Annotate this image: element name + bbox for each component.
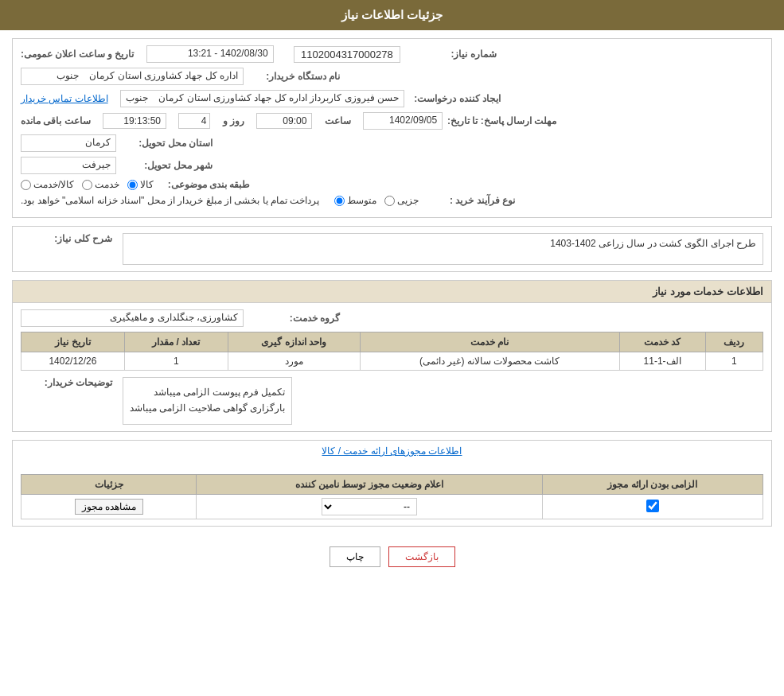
creator-label: ایجاد کننده درخواست: xyxy=(409,93,505,104)
permits-supplier-status-cell: -- xyxy=(197,495,542,519)
permits-required-cell xyxy=(542,495,763,519)
category-khedmat-item: خدمت xyxy=(82,179,119,190)
purchase-motavaset-item: متوسط xyxy=(334,195,376,206)
permits-col-details: جزئیات xyxy=(21,475,197,495)
permits-section: اطلاعات مجوزهای ارائه خدمت / کالا الزامی… xyxy=(12,440,772,527)
purchase-motavaset-radio[interactable] xyxy=(334,196,345,206)
permits-table: الزامی بودن ارائه مجوز اعلام وضعیت مجوز … xyxy=(21,474,763,519)
page-header: جزئیات اطلاعات نیاز xyxy=(0,0,784,30)
need-info-body: شماره نیاز: 1102004317000278 1402/08/30 … xyxy=(13,39,771,217)
deadline-time-label: ساعت xyxy=(325,115,351,126)
services-section-header: اطلاعات خدمات مورد نیاز xyxy=(13,281,771,303)
deadline-days-label: روز و xyxy=(223,115,244,126)
permits-section-body: الزامی بودن ارائه مجوز اعلام وضعیت مجوز … xyxy=(13,461,771,526)
bottom-buttons: بازگشت چاپ xyxy=(12,535,772,579)
buyer-notes-line1: تکمیل فرم پیوست الزامی میباشد xyxy=(130,384,285,400)
category-kala-khedmat-label: کالا/خدمت xyxy=(33,179,74,190)
permits-table-row: -- مشاهده مجوز xyxy=(21,495,763,519)
category-kala-item: کالا xyxy=(127,179,154,190)
cell-row-num: 1 xyxy=(705,352,763,371)
purchase-type-description: پرداخت تمام یا بخشی از مبلغ خریدار از مح… xyxy=(21,195,319,206)
need-number-value: 1102004317000278 xyxy=(294,46,400,63)
city-label: شهر محل تحویل: xyxy=(121,160,216,171)
service-group-value: کشاورزی، جنگلداری و ماهیگیری xyxy=(21,309,244,327)
announce-datetime-label: تاریخ و ساعت اعلان عمومی: xyxy=(21,49,134,60)
purchase-type-radio-group: جزیی متوسط xyxy=(334,195,419,206)
creator-value: حسن فیروزی کاربرداز اداره کل جهاد کشاورز… xyxy=(120,90,404,107)
page-wrapper: جزئیات اطلاعات نیاز شماره نیاز: 11020043… xyxy=(0,0,784,696)
general-desc-label: شرح کلی نیاز: xyxy=(21,233,116,244)
cell-count: 1 xyxy=(124,352,228,371)
deadline-time: 09:00 xyxy=(256,113,312,129)
permits-table-header-row: الزامی بودن ارائه مجوز اعلام وضعیت مجوز … xyxy=(21,475,763,495)
purchase-motavaset-label: متوسط xyxy=(347,195,376,206)
buyer-notes-value: تکمیل فرم پیوست الزامی میباشد بارگزاری گ… xyxy=(123,377,292,425)
permits-details-cell: مشاهده مجوز xyxy=(21,495,197,519)
col-unit: واحد اندازه گیری xyxy=(228,332,360,352)
print-button[interactable]: چاپ xyxy=(330,546,380,567)
general-desc-row: طرح اجرای الگوی کشت در سال زراعی 1402-14… xyxy=(13,227,771,271)
buyer-org-value: اداره کل جهاد کشاورزی استان کرمان جنوب xyxy=(21,68,244,85)
need-number-row: شماره نیاز: 1102004317000278 1402/08/30 … xyxy=(21,45,763,63)
buyer-org-row: نام دستگاه خریدار: اداره کل جهاد کشاورزی… xyxy=(21,68,763,85)
category-kala-label: کالا xyxy=(140,179,154,190)
category-kala-khedmat-radio[interactable] xyxy=(21,180,31,190)
col-count: تعداد / مقدار xyxy=(124,332,228,352)
buyer-org-label: نام دستگاه خریدار: xyxy=(248,71,344,82)
city-row: شهر محل تحویل: جیرفت xyxy=(21,157,763,174)
category-kala-radio[interactable] xyxy=(127,180,138,190)
creator-row: ایجاد کننده درخواست: حسن فیروزی کاربرداز… xyxy=(21,90,763,107)
page-title: جزئیات اطلاعات نیاز xyxy=(341,8,443,21)
contact-link[interactable]: اطلاعات تماس خریدار xyxy=(21,93,108,104)
col-row-num: ردیف xyxy=(705,332,763,352)
back-button[interactable]: بازگشت xyxy=(388,546,455,567)
deadline-label: مهلت ارسال پاسخ: تا تاریخ: xyxy=(447,115,560,126)
province-value: کرمان xyxy=(21,134,116,152)
buyer-notes-row: تکمیل فرم پیوست الزامی میباشد بارگزاری گ… xyxy=(21,377,763,425)
purchase-jazii-label: جزیی xyxy=(397,195,419,206)
cell-service-code: الف-1-11 xyxy=(619,352,705,371)
view-permit-button[interactable]: مشاهده مجوز xyxy=(75,499,143,515)
general-desc-value: طرح اجرای الگوی کشت در سال زراعی 1402-14… xyxy=(123,233,763,265)
category-row: طبقه بندی موضوعی: کالا خدمت کالا/خدمت xyxy=(21,179,763,190)
col-service-name: نام خدمت xyxy=(360,332,619,352)
category-khedmat-label: خدمت xyxy=(95,179,119,190)
table-row: 1 الف-1-11 کاشت محصولات سالانه (غیر دائم… xyxy=(21,352,763,371)
service-group-row: گروه خدمت: کشاورزی، جنگلداری و ماهیگیری xyxy=(21,309,763,327)
category-khedmat-radio[interactable] xyxy=(82,180,92,190)
deadline-remaining-time: 19:13:50 xyxy=(103,113,166,129)
main-content: شماره نیاز: 1102004317000278 1402/08/30 … xyxy=(0,30,784,587)
category-label: طبقه بندی موضوعی: xyxy=(158,179,254,190)
services-table: ردیف کد خدمت نام خدمت واحد اندازه گیری ت… xyxy=(21,332,763,371)
cell-unit: مورد xyxy=(228,352,360,371)
purchase-type-label: نوع فرآیند خرید : xyxy=(423,195,519,206)
deadline-days: 4 xyxy=(178,113,210,129)
category-radio-group: کالا خدمت کالا/خدمت xyxy=(21,179,154,190)
buyer-notes-line2: بارگزاری گواهی صلاحیت الزامی میباشد xyxy=(130,400,285,416)
province-row: استان محل تحویل: کرمان xyxy=(21,134,763,152)
permits-supplier-status-select[interactable]: -- xyxy=(322,498,417,515)
need-number-label: شماره نیاز: xyxy=(405,49,501,60)
buyer-notes-label: توضیحات خریدار: xyxy=(21,377,116,388)
cell-service-name: کاشت محصولات سالانه (غیر دائمی) xyxy=(360,352,619,371)
deadline-row: مهلت ارسال پاسخ: تا تاریخ: 1402/09/05 سا… xyxy=(21,112,763,130)
need-info-section: شماره نیاز: 1102004317000278 1402/08/30 … xyxy=(12,38,772,218)
permits-required-checkbox[interactable] xyxy=(646,500,659,512)
services-table-header-row: ردیف کد خدمت نام خدمت واحد اندازه گیری ت… xyxy=(21,332,763,352)
col-date: تاریخ نیاز xyxy=(21,332,125,352)
permits-col-required: الزامی بودن ارائه مجوز xyxy=(542,475,763,495)
category-kala-khedmat-item: کالا/خدمت xyxy=(21,179,74,190)
announce-datetime-value: 1402/08/30 - 13:21 xyxy=(146,45,274,63)
province-label: استان محل تحویل: xyxy=(121,138,216,149)
permits-link[interactable]: اطلاعات مجوزهای ارائه خدمت / کالا xyxy=(13,441,771,461)
city-value: جیرفت xyxy=(21,157,116,174)
col-service-code: کد خدمت xyxy=(619,332,705,352)
general-description-section: طرح اجرای الگوی کشت در سال زراعی 1402-14… xyxy=(12,226,772,272)
deadline-date: 1402/09/05 xyxy=(363,112,443,130)
purchase-jazii-item: جزیی xyxy=(384,195,419,206)
purchase-jazii-radio[interactable] xyxy=(384,196,395,206)
services-section: اطلاعات خدمات مورد نیاز گروه خدمت: کشاور… xyxy=(12,280,772,432)
deadline-remaining-label: ساعت باقی مانده xyxy=(21,115,91,126)
cell-date: 1402/12/26 xyxy=(21,352,125,371)
services-section-body: گروه خدمت: کشاورزی، جنگلداری و ماهیگیری … xyxy=(13,303,771,431)
